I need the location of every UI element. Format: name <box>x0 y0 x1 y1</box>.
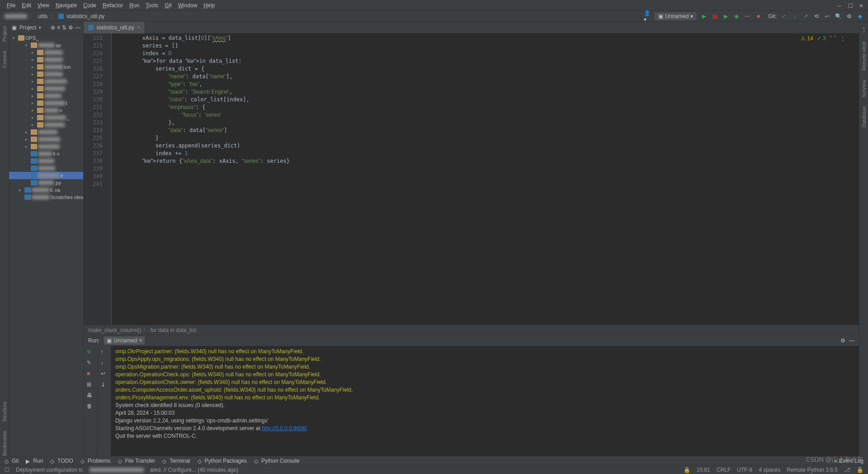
tree-item[interactable]: Scratches oles <box>9 194 83 201</box>
more-icon[interactable]: ⋮ <box>861 26 867 33</box>
menu-refactor[interactable]: Refactor <box>99 1 126 10</box>
tree-item[interactable]: ▸ <box>9 143 83 150</box>
run-tab[interactable]: ▣ Unnamed × <box>104 337 145 345</box>
run-tab-close-icon[interactable]: × <box>139 337 142 344</box>
line-separator[interactable]: CRLF <box>717 467 731 473</box>
menu-edit[interactable]: Edit <box>19 1 34 10</box>
tree-item[interactable]: ▸ <box>9 136 83 143</box>
stop-icon[interactable]: ■ <box>755 13 762 20</box>
console-output[interactable]: omp.OkrProject.partner: (fields.W340) nu… <box>111 346 859 456</box>
menu-code[interactable]: Code <box>80 1 99 10</box>
menu-run[interactable]: Run <box>126 1 142 10</box>
settings-icon[interactable]: ⚙ <box>845 13 853 20</box>
tree-item[interactable]: ▸t <box>9 100 83 107</box>
coverage-icon[interactable]: ▶ <box>722 13 729 20</box>
hide-icon[interactable]: — <box>75 24 80 31</box>
rail-database[interactable]: Database <box>861 106 867 128</box>
stop-run-icon[interactable]: ■ <box>87 370 94 378</box>
rail-remote-host[interactable]: Remote Host <box>861 42 867 71</box>
tree-item[interactable]: ▸ <box>9 85 83 92</box>
debug-icon[interactable]: 🐞 <box>711 13 718 20</box>
tree-item[interactable]: ▸ <box>9 56 83 63</box>
editor-tab[interactable]: statistics_util.py × <box>84 22 145 33</box>
bottom-tab-problems[interactable]: ◇Problems <box>80 458 111 464</box>
encoding[interactable]: UTF-8 <box>737 467 752 473</box>
inspections-widget[interactable]: ⚠ 14 ✓ 3 ˄ ˅ ⋮ <box>801 35 845 42</box>
tree-item[interactable]: ▸ <box>9 49 83 56</box>
git-update-icon[interactable]: ↓ <box>791 13 798 20</box>
status-icon[interactable]: ☐ <box>5 467 9 473</box>
maximize-icon[interactable]: ☐ <box>848 3 854 8</box>
rail-project[interactable]: Project <box>2 26 7 42</box>
tree-item[interactable]: ▸ <box>9 121 83 128</box>
tree-item[interactable]: ▸ <box>9 92 83 100</box>
expand-icon[interactable]: ≡ <box>57 24 60 31</box>
run-hide-icon[interactable]: — <box>849 337 854 344</box>
cursor-position[interactable]: 15:81 <box>697 467 710 473</box>
sort-icon[interactable]: ⇅ <box>62 24 66 31</box>
fold-gutter[interactable] <box>106 33 112 325</box>
tree-item[interactable]: .py <box>9 179 83 186</box>
menu-navigate[interactable]: Navigate <box>52 1 80 10</box>
tree-root[interactable]: ▾ OPS_ <box>9 34 83 42</box>
bottom-tab-run[interactable]: ▶Run <box>26 458 43 464</box>
rerun-icon[interactable]: ↻ <box>87 349 94 356</box>
line-gutter[interactable]: 2222232242252262272282292302312322332342… <box>84 33 106 325</box>
bottom-tab-python-packages[interactable]: ◇Python Packages <box>198 458 247 464</box>
rail-sciview[interactable]: SciView <box>861 80 867 97</box>
search-icon[interactable]: 🔍 <box>835 13 842 20</box>
tree-item[interactable]: e <box>9 172 83 179</box>
menu-window[interactable]: Window <box>175 1 201 10</box>
attach-icon[interactable]: ⋯ <box>744 13 751 20</box>
run-settings-icon[interactable]: ⚙ <box>840 337 845 344</box>
rail-commit[interactable]: Commit <box>2 51 7 68</box>
lock-icon[interactable]: 🔒 <box>684 467 690 473</box>
git-push-icon[interactable]: ↗ <box>802 13 809 20</box>
menu-help[interactable]: Help <box>200 1 218 10</box>
tree-item[interactable]: ▸ <box>9 128 83 136</box>
code-content[interactable]: xAxis = data_list[0]["xAins"] series = [… <box>112 33 859 325</box>
menu-git[interactable]: Git <box>161 1 175 10</box>
tree-item[interactable]: ▾ap <box>9 42 83 49</box>
tree-item[interactable]: ▸ion <box>9 63 83 71</box>
up-icon[interactable]: ↑ <box>101 349 108 356</box>
target-icon[interactable]: ⊕ <box>51 24 55 31</box>
run-icon[interactable]: ▶ <box>700 13 708 20</box>
git-commit-icon[interactable]: ✓ <box>780 13 788 20</box>
git-history-icon[interactable]: ⟲ <box>813 13 820 20</box>
soft-wrap-icon[interactable]: ↩ <box>101 370 108 378</box>
interpreter[interactable]: Remote Python 3.6.5 <box>787 467 838 473</box>
run-config-dropdown[interactable]: ▣ Unnamed ▾ <box>655 12 697 20</box>
tree-item[interactable]: ▸E na <box>9 186 83 194</box>
tree-item[interactable]: lt n <box>9 150 83 157</box>
git-rollback-icon[interactable]: ⤺ <box>824 13 831 20</box>
breadcrumb-folder[interactable]: utils <box>38 13 47 19</box>
bottom-tab-file-transfer[interactable]: ◇File Transfer <box>118 458 156 464</box>
rail-structure[interactable]: Structure <box>2 402 7 422</box>
print-icon[interactable]: 🖶 <box>87 392 94 399</box>
tree-item[interactable] <box>9 157 83 165</box>
menu-file[interactable]: File <box>4 1 19 10</box>
gear-icon[interactable]: ⚙ <box>68 24 73 31</box>
menu-view[interactable]: View <box>34 1 52 10</box>
tab-close-icon[interactable]: × <box>137 24 140 31</box>
branch-icon[interactable]: ⎇ <box>844 467 850 473</box>
tree-item[interactable]: ▸_ <box>9 114 83 121</box>
bottom-tab-python-console[interactable]: ◇Python Console <box>254 458 300 464</box>
bottom-tab-terminal[interactable]: ◇Terminal <box>162 458 190 464</box>
user-icon[interactable]: 👤▾ <box>644 13 651 20</box>
down-icon[interactable]: ↓ <box>101 360 108 367</box>
scroll-icon[interactable]: ⤓ <box>101 381 108 389</box>
tree-item[interactable]: ▸ <box>9 71 83 78</box>
trash-icon[interactable]: 🗑 <box>87 403 94 410</box>
ide-icon[interactable]: ◆ <box>856 13 863 20</box>
tree-item[interactable]: ▸ <box>9 78 83 85</box>
minimize-icon[interactable]: ─ <box>837 3 843 8</box>
bottom-tab-todo[interactable]: ◇TODO <box>50 458 73 464</box>
tree-item[interactable]: ▸n <box>9 107 83 114</box>
menu-tools[interactable]: Tools <box>142 1 161 10</box>
close-icon[interactable]: ✕ <box>859 3 864 8</box>
tree-item[interactable] <box>9 165 83 172</box>
breadcrumb-file[interactable]: statistics_util.py <box>66 13 104 19</box>
profile-icon[interactable]: ◉ <box>733 13 740 20</box>
